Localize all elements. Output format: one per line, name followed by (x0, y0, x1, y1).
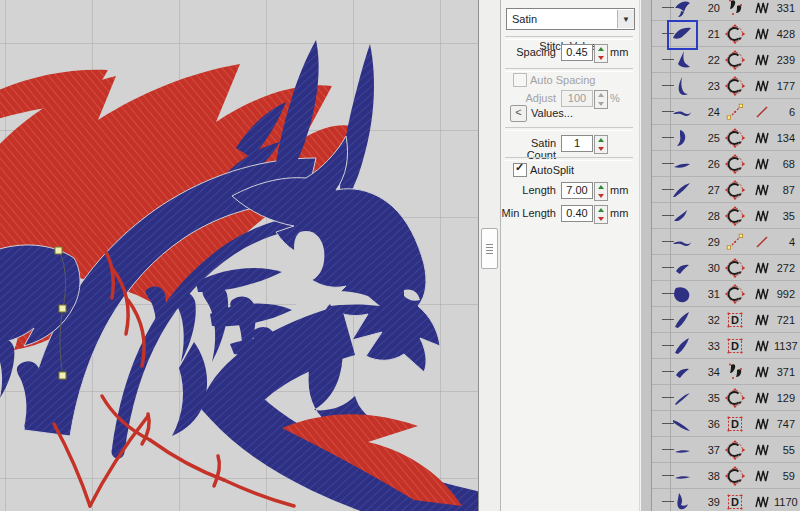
object-stitch-type[interactable] (750, 258, 774, 278)
object-thumbnail[interactable] (652, 47, 698, 72)
object-thumbnail[interactable] (652, 307, 698, 332)
object-stitch-type[interactable] (750, 50, 774, 70)
stitch-type-select[interactable]: Satin ▼ (506, 8, 635, 30)
object-stitch-type[interactable] (750, 440, 774, 460)
object-thumbnail[interactable] (652, 255, 698, 280)
object-stitch-type[interactable] (750, 206, 774, 226)
object-outline-type[interactable] (720, 439, 750, 461)
object-thumbnail[interactable] (652, 333, 698, 358)
object-stitch-type[interactable] (750, 128, 774, 148)
object-thumbnail[interactable] (652, 463, 698, 488)
object-list-row[interactable]: 24 6 (652, 99, 800, 125)
object-thumbnail[interactable] (652, 21, 698, 46)
object-list-row[interactable]: 20 331 (652, 0, 800, 21)
object-list-row[interactable]: 39 D 1170 (652, 489, 800, 511)
object-list-row[interactable]: 36 D 747 (652, 411, 800, 437)
object-thumbnail[interactable] (652, 177, 698, 202)
object-stitch-type[interactable] (750, 180, 774, 200)
panel-splitter[interactable] (479, 0, 501, 511)
object-stitch-type[interactable] (750, 102, 774, 122)
object-stitch-type[interactable] (750, 492, 774, 511)
satin-count-stepper[interactable] (594, 135, 608, 154)
object-stitch-type[interactable] (750, 154, 774, 174)
length-input[interactable]: 7.00 (561, 182, 593, 199)
object-outline-type[interactable] (720, 127, 750, 149)
object-outline-type[interactable] (720, 23, 750, 45)
object-thumbnail[interactable] (652, 125, 698, 150)
object-outline-type[interactable]: D (720, 491, 750, 511)
splitter-grip-handle[interactable] (481, 228, 498, 269)
object-stitch-type[interactable] (750, 310, 774, 330)
object-outline-type[interactable]: D (720, 309, 750, 331)
object-thumbnail[interactable] (652, 73, 698, 98)
object-list-row[interactable]: 21 428 (652, 21, 800, 47)
values-collapse-button[interactable]: < (510, 105, 527, 122)
object-list-row[interactable]: 26 68 (652, 151, 800, 177)
object-stitch-type[interactable] (750, 0, 774, 18)
object-outline-type[interactable] (720, 49, 750, 71)
object-list-row[interactable]: 38 59 (652, 463, 800, 489)
object-stitch-type[interactable] (750, 284, 774, 304)
chevron-down-icon[interactable]: ▼ (617, 10, 634, 28)
object-thumbnail[interactable] (652, 99, 698, 124)
object-thumbnail[interactable] (652, 385, 698, 410)
object-outline-type[interactable] (720, 231, 750, 253)
object-thumbnail[interactable] (652, 437, 698, 462)
object-outline-type[interactable] (720, 283, 750, 305)
object-shape-icon (670, 126, 694, 150)
object-outline-type[interactable] (720, 465, 750, 487)
object-thumbnail[interactable] (652, 0, 698, 20)
object-stitch-type[interactable] (750, 362, 774, 382)
object-outline-type[interactable] (720, 0, 750, 19)
design-canvas[interactable] (0, 0, 479, 511)
autosplit-checkbox[interactable]: ✓ (513, 163, 527, 177)
adjust-stepper[interactable] (594, 90, 608, 109)
object-list-row[interactable]: 37 55 (652, 437, 800, 463)
object-list-row[interactable]: 25 134 (652, 125, 800, 151)
object-stitch-type[interactable] (750, 414, 774, 434)
object-list-row[interactable]: 28 35 (652, 203, 800, 229)
object-list-row[interactable]: 23 177 (652, 73, 800, 99)
object-outline-type[interactable] (720, 205, 750, 227)
object-outline-type[interactable] (720, 257, 750, 279)
object-stitch-type[interactable] (750, 388, 774, 408)
object-list-row[interactable]: 30 272 (652, 255, 800, 281)
satin-count-input[interactable]: 1 (561, 135, 593, 152)
object-outline-type[interactable] (720, 387, 750, 409)
object-outline-type[interactable] (720, 179, 750, 201)
spacing-input[interactable]: 0.45 (561, 44, 593, 61)
object-list-row[interactable]: 32 D 721 (652, 307, 800, 333)
object-outline-type[interactable] (720, 153, 750, 175)
object-list-row[interactable]: 31 992 (652, 281, 800, 307)
object-stitch-type[interactable] (750, 466, 774, 486)
min-length-input[interactable]: 0.40 (561, 205, 593, 222)
object-outline-type[interactable] (720, 361, 750, 383)
object-outline-type[interactable] (720, 101, 750, 123)
spacing-stepper[interactable] (594, 44, 608, 63)
object-thumbnail[interactable] (652, 281, 698, 306)
object-stitch-type[interactable] (750, 76, 774, 96)
object-thumbnail[interactable] (652, 203, 698, 228)
object-stitch-type[interactable] (750, 232, 774, 252)
object-outline-type[interactable]: D (720, 413, 750, 435)
object-list-row[interactable]: 34 371 (652, 359, 800, 385)
min-length-stepper[interactable] (594, 205, 608, 224)
object-thumbnail[interactable] (652, 411, 698, 436)
object-list-row[interactable]: 35 129 (652, 385, 800, 411)
object-thumbnail[interactable] (652, 229, 698, 254)
object-thumbnail[interactable] (652, 489, 698, 511)
object-list-row[interactable]: 27 87 (652, 177, 800, 203)
object-list[interactable]: 20 331 21 428 (652, 0, 800, 511)
length-stepper[interactable] (594, 182, 608, 201)
object-outline-type[interactable]: D (720, 335, 750, 357)
object-thumbnail[interactable] (652, 151, 698, 176)
object-stitch-type[interactable] (750, 24, 774, 44)
object-stitch-type[interactable] (750, 336, 774, 356)
object-list-row[interactable]: 33 D 1137 (652, 333, 800, 359)
object-list-row[interactable]: 29 4 (652, 229, 800, 255)
adjust-input[interactable]: 100 (561, 90, 593, 107)
object-outline-type[interactable] (720, 75, 750, 97)
auto-spacing-checkbox[interactable] (513, 73, 527, 87)
object-list-row[interactable]: 22 239 (652, 47, 800, 73)
object-thumbnail[interactable] (652, 359, 698, 384)
